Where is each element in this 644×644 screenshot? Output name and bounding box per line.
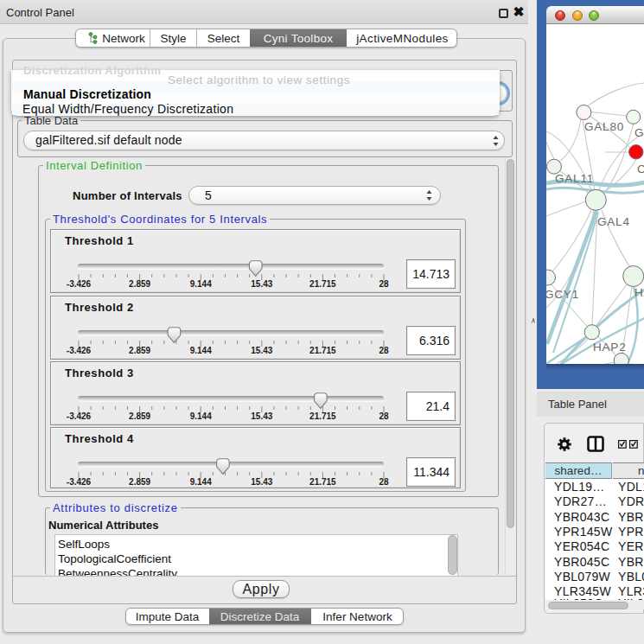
- svg-text:GAL11: GAL11: [555, 172, 594, 185]
- svg-text:C: C: [637, 163, 644, 175]
- svg-text:HA: HA: [634, 286, 644, 299]
- svg-text:GCY1: GCY1: [546, 288, 579, 301]
- svg-text:GAL80: GAL80: [584, 120, 624, 133]
- svg-text:HAP2: HAP2: [593, 341, 626, 354]
- svg-text:GA: GA: [634, 126, 644, 139]
- svg-text:GAL4: GAL4: [597, 215, 630, 228]
